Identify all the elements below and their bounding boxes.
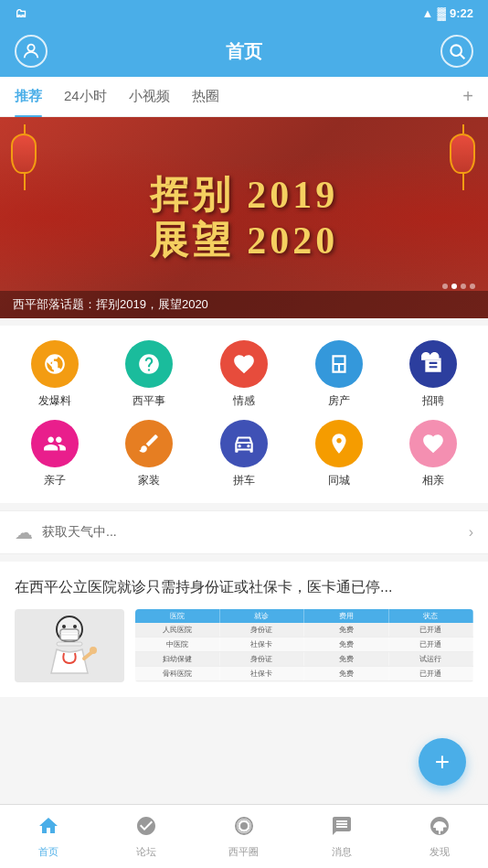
nav-discover-label: 发现 (430, 845, 450, 859)
nav-xiping-label: 西平圈 (228, 845, 259, 859)
jiazhuang-icon (125, 420, 173, 467)
article-section[interactable]: 在西平公立医院就诊只需持身份证或社保卡，医卡通已停... (0, 562, 488, 697)
message-icon (331, 815, 353, 842)
category-qinggan[interactable]: 情感 (196, 340, 292, 409)
nav-forum-label: 论坛 (136, 845, 156, 859)
banner-line2: 展望 2020 (150, 218, 339, 263)
fangchan-icon (315, 340, 363, 388)
svg-point-10 (62, 625, 66, 628)
article-title: 在西平公立医院就诊只需持身份证或社保卡，医卡通已停... (15, 576, 473, 598)
banner-dots (442, 284, 475, 289)
discover-icon (429, 815, 451, 842)
xiping-icon (233, 815, 255, 842)
baoliao-label: 发爆料 (38, 393, 71, 409)
category-baoliao[interactable]: 发爆料 (7, 340, 102, 409)
tongcheng-icon (315, 420, 363, 467)
nav-message-label: 消息 (332, 845, 352, 859)
profile-button[interactable] (15, 35, 48, 68)
nav-xiping[interactable]: 西平圈 (196, 805, 293, 868)
add-tab-button[interactable]: + (462, 86, 473, 107)
svg-point-14 (90, 647, 97, 654)
banner-text: 挥别 2019 展望 2020 (150, 172, 339, 264)
status-icons: ▲ ▓ 9:22 (422, 6, 473, 20)
table-header: 医院 就诊 费用 状态 (135, 609, 473, 623)
article-data-table: 医院 就诊 费用 状态 人民医院身份证免费已开通 中医院社保卡免费已开通 妇幼保… (135, 609, 473, 682)
table-row: 骨科医院社保卡免费已开通 (135, 667, 473, 681)
svg-point-16 (240, 822, 248, 830)
category-fangchan[interactable]: 房产 (292, 340, 387, 409)
zhaopin-icon (409, 340, 457, 388)
table-row: 中医院社保卡免费已开通 (135, 638, 473, 652)
tab-hotcircle[interactable]: 热圈 (192, 77, 219, 117)
wifi-icon: ▲ (422, 6, 434, 20)
dot-4 (470, 284, 475, 289)
fab-button[interactable]: + (419, 738, 466, 786)
forum-icon (135, 815, 157, 842)
pinche-icon (220, 420, 268, 467)
weather-bar[interactable]: ☁ 获取天气中... › (0, 510, 488, 554)
article-thumbnail (15, 609, 124, 682)
dot-2 (451, 284, 457, 289)
tongcheng-label: 同城 (328, 473, 350, 488)
dot-1 (442, 284, 448, 289)
doctor-illustration (15, 609, 124, 682)
jiazhuang-label: 家装 (138, 473, 160, 488)
header: 首页 (0, 26, 488, 77)
qinggan-label: 情感 (233, 393, 255, 409)
qinzi-label: 亲子 (44, 473, 66, 488)
bottom-nav: 首页 论坛 西平圈 消息 (0, 804, 488, 868)
category-xiangqin[interactable]: 相亲 (386, 420, 481, 488)
banner[interactable]: 挥别 2019 展望 2020 西平部落话题：挥别2019，展望2020 (0, 117, 488, 318)
nav-message[interactable]: 消息 (292, 805, 390, 868)
lantern-left (11, 124, 38, 190)
status-bar: 🗂 ▲ ▓ 9:22 (0, 0, 488, 26)
nav-home-label: 首页 (38, 845, 58, 859)
time-display: 9:22 (450, 6, 473, 20)
category-tongcheng[interactable]: 同城 (292, 420, 387, 488)
tab-recommended[interactable]: 推荐 (15, 77, 42, 117)
category-zhaopin[interactable]: 招聘 (386, 340, 481, 409)
svg-line-2 (461, 55, 465, 59)
qinzi-icon (31, 420, 79, 467)
svg-point-0 (27, 45, 34, 51)
lantern-right (450, 124, 477, 190)
home-icon (37, 815, 59, 842)
category-xipingshi[interactable]: 西平事 (102, 340, 197, 409)
page-title: 首页 (226, 39, 262, 64)
fangchan-label: 房产 (328, 393, 350, 409)
svg-point-1 (451, 45, 461, 56)
category-jiazhuang[interactable]: 家装 (102, 420, 197, 488)
banner-subtitle: 西平部落话题：挥别2019，展望2020 (0, 291, 488, 318)
category-grid: 发爆料 西平事 情感 房产 招聘 (0, 326, 488, 503)
table-row: 人民医院身份证免费已开通 (135, 623, 473, 638)
dot-3 (461, 284, 466, 289)
tab-video[interactable]: 小视频 (129, 77, 170, 117)
nav-home[interactable]: 首页 (0, 805, 98, 868)
xipingshi-icon (125, 340, 173, 388)
pinche-label: 拼车 (233, 473, 255, 488)
tab-24hours[interactable]: 24小时 (64, 77, 107, 117)
zhaopin-label: 招聘 (422, 393, 444, 409)
xiangqin-label: 相亲 (422, 473, 444, 488)
xipingshi-label: 西平事 (133, 393, 165, 409)
nav-tabs: 推荐 24小时 小视频 热圈 + (0, 77, 488, 117)
svg-point-5 (247, 445, 249, 447)
banner-line1: 挥别 2019 (150, 172, 339, 218)
xiangqin-icon (409, 420, 457, 467)
svg-point-4 (238, 445, 240, 447)
svg-point-11 (73, 625, 77, 628)
qinggan-icon (220, 340, 268, 388)
article-content: 医院 就诊 费用 状态 人民医院身份证免费已开通 中医院社保卡免费已开通 妇幼保… (15, 609, 473, 682)
app-icon: 🗂 (15, 6, 27, 20)
weather-status: 获取天气中... (42, 524, 460, 541)
category-qinzi[interactable]: 亲子 (7, 420, 102, 488)
weather-arrow-icon: › (469, 524, 473, 541)
nav-forum[interactable]: 论坛 (98, 805, 196, 868)
svg-rect-12 (57, 642, 82, 646)
category-pinche[interactable]: 拼车 (196, 420, 292, 488)
search-button[interactable] (440, 35, 473, 68)
weather-cloud-icon: ☁ (15, 521, 33, 543)
table-row: 妇幼保健身份证免费试运行 (135, 652, 473, 667)
nav-discover[interactable]: 发现 (390, 805, 488, 868)
battery-icon: ▓ (437, 6, 445, 20)
